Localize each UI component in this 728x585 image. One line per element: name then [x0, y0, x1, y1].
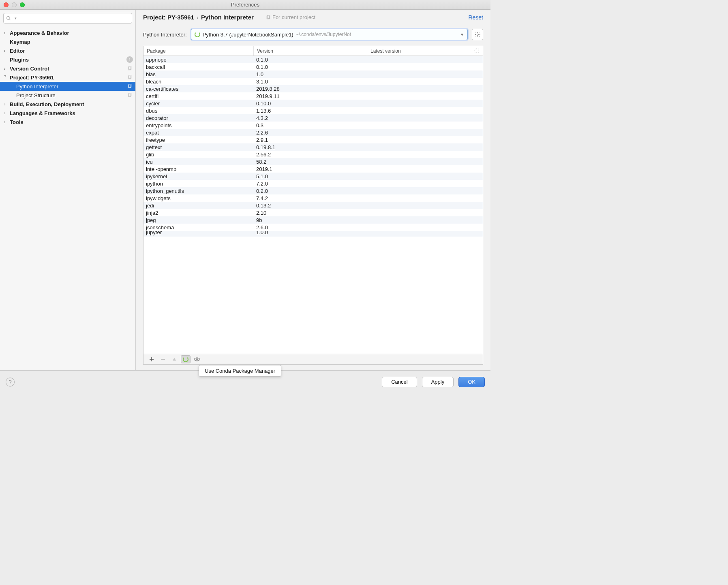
package-version: 2019.8.28 — [254, 86, 367, 92]
sidebar: ▾ ›Appearance & BehaviorKeymap›EditorPlu… — [0, 10, 136, 370]
tooltip: Use Conda Package Manager — [199, 365, 281, 377]
conda-manager-button[interactable] — [181, 355, 191, 363]
sidebar-child-item[interactable]: Python Interpreter — [0, 82, 135, 91]
package-version: 0.3 — [254, 122, 367, 128]
apply-button[interactable]: Apply — [422, 377, 454, 387]
packages-table: Package Version Latest version appnope0.… — [143, 46, 483, 365]
reset-link[interactable]: Reset — [468, 14, 483, 21]
table-row[interactable]: jedi0.13.2 — [143, 202, 483, 209]
table-row[interactable]: appnope0.1.0 — [143, 56, 483, 63]
package-name: jedi — [143, 203, 254, 209]
package-version: 9b — [254, 217, 367, 223]
table-row[interactable]: decorator4.3.2 — [143, 114, 483, 122]
column-version[interactable]: Version — [254, 46, 367, 56]
show-early-releases-button[interactable] — [192, 355, 202, 363]
table-row[interactable]: ipywidgets7.4.2 — [143, 194, 483, 202]
package-version: 0.10.0 — [254, 100, 367, 107]
table-row[interactable]: blas1.0 — [143, 70, 483, 78]
sidebar-item[interactable]: ›Build, Execution, Deployment — [0, 100, 135, 109]
package-version: 0.1.0 — [254, 57, 367, 63]
package-name: freetype — [143, 137, 254, 143]
sidebar-item[interactable]: Plugins1 — [0, 55, 135, 64]
table-row[interactable]: glib2.56.2 — [143, 151, 483, 158]
package-version: 2.56.2 — [254, 152, 367, 158]
sidebar-item-label: Build, Execution, Deployment — [10, 101, 84, 107]
table-row[interactable]: expat2.2.6 — [143, 129, 483, 136]
loading-icon — [195, 32, 200, 37]
table-row[interactable]: jpeg9b — [143, 216, 483, 224]
package-version: 7.2.0 — [254, 181, 367, 187]
help-button[interactable]: ? — [6, 378, 15, 386]
sidebar-item[interactable]: Keymap — [0, 37, 135, 46]
package-name: expat — [143, 130, 254, 136]
copy-icon — [127, 66, 132, 71]
package-name: backcall — [143, 64, 254, 70]
package-version: 4.3.2 — [254, 115, 367, 121]
table-row[interactable]: dbus1.13.6 — [143, 107, 483, 114]
loading-icon — [474, 48, 480, 53]
package-name: ipywidgets — [143, 195, 254, 201]
package-toolbar — [143, 354, 483, 364]
package-name: cycler — [143, 100, 254, 107]
table-row[interactable]: jinja22.10 — [143, 209, 483, 216]
sidebar-item[interactable]: ›Appearance & Behavior — [0, 28, 135, 37]
minus-icon — [161, 357, 165, 362]
chevron-right-icon: › — [4, 66, 10, 71]
sidebar-item[interactable]: ›Editor — [0, 46, 135, 55]
table-row[interactable]: gettext0.19.8.1 — [143, 143, 483, 151]
package-name: jpeg — [143, 217, 254, 223]
package-name: decorator — [143, 115, 254, 121]
table-row[interactable]: certifi2019.9.11 — [143, 92, 483, 100]
table-row[interactable]: ipykernel5.1.0 — [143, 173, 483, 180]
column-latest[interactable]: Latest version — [367, 46, 483, 56]
ok-button[interactable]: OK — [458, 377, 485, 387]
sidebar-item-label: Project: PY-35961 — [10, 75, 54, 81]
sidebar-item[interactable]: ›Version Control — [0, 64, 135, 73]
interpreter-dropdown[interactable]: Python 3.7 (JupyterNotebookSample1) ~/.c… — [191, 29, 468, 40]
table-row[interactable]: entrypoints0.3 — [143, 122, 483, 129]
package-version: 0.2.0 — [254, 188, 367, 194]
package-name: blas — [143, 71, 254, 77]
package-name: ipython_genutils — [143, 188, 254, 194]
column-package[interactable]: Package — [143, 46, 254, 56]
search-input[interactable]: ▾ — [3, 13, 132, 23]
table-row[interactable]: jupyter1.0.0 — [143, 231, 483, 237]
add-package-button[interactable] — [147, 355, 156, 363]
table-row[interactable]: intel-openmp2019.1 — [143, 165, 483, 173]
settings-button[interactable] — [472, 29, 483, 40]
package-version: 1.13.6 — [254, 108, 367, 114]
table-row[interactable]: ca-certificates2019.8.28 — [143, 85, 483, 92]
sidebar-item[interactable]: ›Languages & Frameworks — [0, 109, 135, 117]
sidebar-item-label: Python Interpreter — [16, 83, 58, 90]
chevron-right-icon: › — [4, 111, 10, 115]
cancel-button[interactable]: Cancel — [382, 377, 417, 387]
package-version: 3.1.0 — [254, 79, 367, 85]
table-row[interactable]: ipython7.2.0 — [143, 180, 483, 187]
table-row[interactable]: jsonschema2.6.0 — [143, 224, 483, 231]
sidebar-child-item[interactable]: Project Structure — [0, 91, 135, 100]
svg-point-12 — [477, 34, 478, 35]
upgrade-package-button — [169, 355, 179, 363]
title-bar: Preferences — [0, 0, 490, 10]
package-name: intel-openmp — [143, 166, 254, 172]
sidebar-item-label: Version Control — [10, 66, 49, 72]
table-row[interactable]: cycler0.10.0 — [143, 100, 483, 107]
for-project-label: For current project — [266, 14, 315, 20]
sidebar-item[interactable]: ›Tools — [0, 117, 135, 126]
sidebar-item-label: Appearance & Behavior — [10, 30, 69, 36]
package-version: 2.10 — [254, 210, 367, 216]
sidebar-item-label: Plugins — [10, 57, 29, 63]
chevron-right-icon: › — [4, 30, 10, 35]
package-name: bleach — [143, 79, 254, 85]
gear-icon — [475, 32, 481, 38]
table-row[interactable]: backcall0.1.0 — [143, 63, 483, 70]
table-row[interactable]: bleach3.1.0 — [143, 78, 483, 85]
sidebar-item[interactable]: ˅Project: PY-35961 — [0, 73, 135, 82]
table-row[interactable]: ipython_genutils0.2.0 — [143, 187, 483, 194]
conda-icon — [183, 357, 188, 362]
table-row[interactable]: freetype2.9.1 — [143, 136, 483, 143]
package-name: entrypoints — [143, 122, 254, 128]
sidebar-item-label: Project Structure — [16, 92, 56, 98]
package-name: icu — [143, 159, 254, 165]
table-row[interactable]: icu58.2 — [143, 158, 483, 165]
